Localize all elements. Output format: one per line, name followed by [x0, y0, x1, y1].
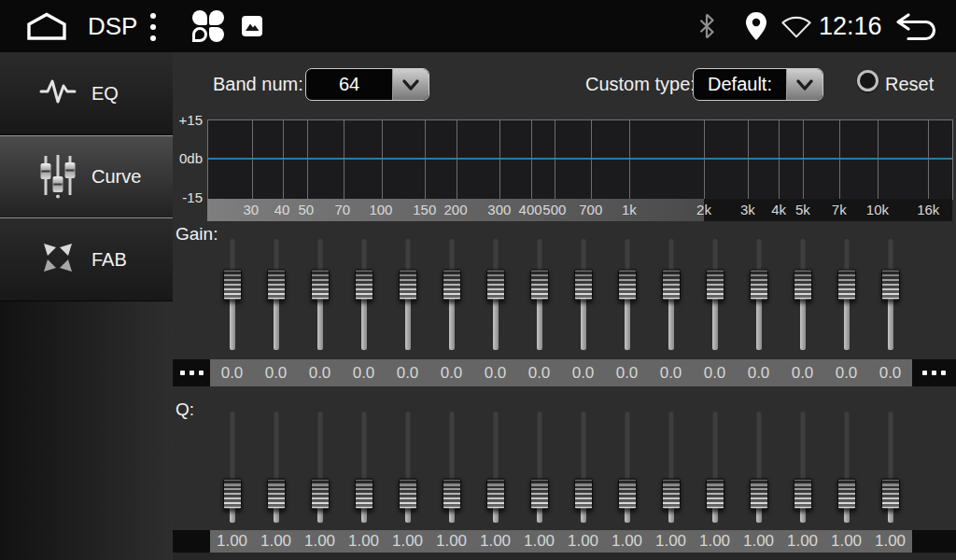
gridline	[779, 120, 780, 200]
q-slider-handle[interactable]	[355, 479, 373, 510]
gain-slider[interactable]	[386, 233, 429, 355]
q-slider[interactable]	[693, 406, 737, 527]
q-slider-handle[interactable]	[267, 479, 286, 510]
q-slider[interactable]	[210, 406, 254, 527]
q-slider[interactable]	[780, 406, 824, 527]
gain-slider[interactable]	[210, 233, 254, 355]
q-slider-handle[interactable]	[618, 479, 637, 510]
gain-slider-handle[interactable]	[530, 270, 549, 301]
chevron-down-icon[interactable]	[392, 69, 429, 100]
q-slider-handle[interactable]	[706, 479, 724, 510]
gain-slider[interactable]	[693, 233, 737, 355]
gain-slider[interactable]	[780, 233, 824, 355]
q-slider[interactable]	[561, 406, 605, 527]
freq-tick-label: 10k	[866, 202, 889, 217]
gain-slider[interactable]	[473, 233, 517, 355]
gallery-icon[interactable]	[242, 16, 262, 36]
gain-slider-handle[interactable]	[706, 270, 724, 301]
gain-slider[interactable]	[605, 233, 649, 355]
gain-scroll-right-button[interactable]	[912, 359, 956, 386]
chevron-down-icon[interactable]	[786, 69, 822, 100]
gain-slider-handle[interactable]	[837, 270, 856, 301]
y-tick-label: 0db	[171, 150, 203, 166]
gain-slider-handle[interactable]	[574, 270, 593, 301]
q-value: 1.00	[780, 530, 824, 553]
gain-slider-handle[interactable]	[881, 270, 900, 301]
freq-tick-label: 500	[542, 202, 566, 217]
sidebar-item-fab[interactable]: FAB	[0, 218, 173, 301]
q-slider-handle[interactable]	[311, 479, 330, 510]
q-slider-handle[interactable]	[837, 479, 856, 510]
gain-slider[interactable]	[342, 233, 386, 355]
reset-radio[interactable]	[857, 70, 879, 91]
eq-response-curve	[208, 158, 952, 160]
q-slider[interactable]	[429, 406, 473, 527]
gain-slider-handle[interactable]	[223, 270, 242, 301]
gain-slider[interactable]	[517, 233, 561, 355]
reset-label: Reset	[885, 74, 934, 95]
q-slider[interactable]	[824, 406, 868, 527]
q-value: 1.00	[342, 530, 386, 553]
gain-slider-handle[interactable]	[662, 270, 681, 301]
freq-tick-label: 2k	[696, 202, 711, 217]
location-icon	[743, 11, 769, 45]
q-slider-handle[interactable]	[574, 479, 593, 510]
q-slider-handle[interactable]	[443, 479, 461, 510]
gain-slider[interactable]	[298, 233, 342, 355]
gain-slider-handle[interactable]	[267, 270, 286, 301]
custom-type-dropdown[interactable]: Default:	[693, 68, 823, 101]
q-slider[interactable]	[298, 406, 342, 527]
q-slider[interactable]	[868, 406, 912, 527]
back-icon[interactable]	[893, 12, 937, 45]
q-slider-handle[interactable]	[794, 479, 812, 510]
q-slider-handle[interactable]	[881, 479, 900, 510]
q-slider[interactable]	[517, 406, 561, 527]
gain-slider-handle[interactable]	[399, 270, 417, 301]
q-slider[interactable]	[342, 406, 386, 527]
gain-slider-handle[interactable]	[794, 270, 812, 301]
gain-slider-handle[interactable]	[750, 270, 768, 301]
wifi-icon	[780, 15, 812, 42]
q-slider-handle[interactable]	[223, 479, 242, 510]
gain-slider[interactable]	[868, 233, 912, 355]
q-slider[interactable]	[605, 406, 649, 527]
q-slider-handle[interactable]	[750, 479, 768, 510]
q-slider[interactable]	[254, 406, 298, 527]
overflow-menu-icon[interactable]	[150, 13, 156, 41]
band-num-dropdown[interactable]: 64	[305, 68, 429, 101]
gridline	[591, 120, 592, 200]
gridline	[803, 120, 804, 200]
q-slider[interactable]	[649, 406, 693, 527]
q-slider[interactable]	[386, 406, 429, 527]
q-scroll-right-button[interactable]	[912, 530, 956, 553]
gain-value: 0.0	[342, 359, 386, 386]
home-icon[interactable]	[26, 12, 67, 44]
gain-slider[interactable]	[649, 233, 693, 355]
q-slider[interactable]	[737, 406, 780, 527]
gain-scroll-left-button[interactable]	[173, 359, 210, 386]
gain-slider-handle[interactable]	[486, 270, 505, 301]
gain-slider[interactable]	[737, 233, 780, 355]
q-slider-handle[interactable]	[486, 479, 505, 510]
gain-slider-handle[interactable]	[618, 270, 637, 301]
sidebar-item-eq[interactable]: EQ	[0, 52, 173, 135]
gain-slider[interactable]	[429, 233, 473, 355]
apps-clover-icon[interactable]	[192, 10, 226, 44]
q-slider-handle[interactable]	[530, 479, 549, 510]
gain-slider-handle[interactable]	[443, 270, 461, 301]
q-value: 1.00	[517, 530, 561, 553]
gain-slider-handle[interactable]	[311, 270, 330, 301]
sidebar-item-curve[interactable]: Curve	[0, 135, 173, 218]
q-scroll-left-button[interactable]	[173, 530, 210, 553]
freq-tick-label: 50	[299, 202, 315, 217]
sidebar-item-label: EQ	[91, 83, 119, 105]
freq-tick-label: 30	[243, 202, 259, 217]
q-slider[interactable]	[473, 406, 517, 527]
gain-slider-handle[interactable]	[355, 270, 373, 301]
y-tick-label: -15	[171, 189, 203, 205]
q-slider-handle[interactable]	[662, 479, 681, 510]
gain-slider[interactable]	[254, 233, 298, 355]
q-slider-handle[interactable]	[399, 479, 417, 510]
gain-slider[interactable]	[824, 233, 868, 355]
gain-slider[interactable]	[561, 233, 605, 355]
